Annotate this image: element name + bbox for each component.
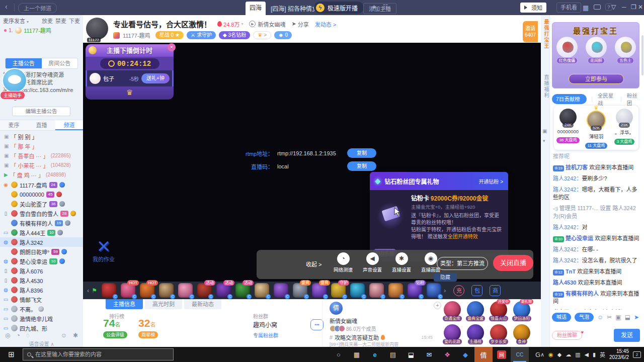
search-input[interactable] xyxy=(34,351,160,358)
prize-item[interactable]: 红色傀儡 xyxy=(555,37,579,65)
channel-tab[interactable]: 四海 xyxy=(246,2,266,15)
scroll-left-icon[interactable]: ‹ xyxy=(87,287,89,294)
user-item[interactable]: 关山驼歪了36 xyxy=(0,199,83,209)
post-update-link[interactable]: 发动态 > xyxy=(315,20,336,28)
trophy-badge[interactable]: ♛> xyxy=(253,31,271,39)
collapse-chevron-icon[interactable]: ▾ xyxy=(543,138,545,143)
collapse-button[interactable]: 收起 > xyxy=(306,260,321,268)
channel-item[interactable]: ▶「 盘 鸡 ⋯ 」(248898) xyxy=(0,170,83,179)
user-item[interactable]: ◍楚心没幸运10 xyxy=(0,256,83,266)
mic-action-button[interactable]: 禁麦 xyxy=(55,17,66,25)
info-tab-主播信息[interactable]: 主播信息 xyxy=(106,299,143,309)
prize-item[interactable]: 花间醉 xyxy=(585,37,608,65)
minimize-button[interactable]: ─ xyxy=(622,4,626,11)
notification-badge[interactable]: 2 xyxy=(633,351,641,358)
ime-indicator[interactable]: 英 xyxy=(600,350,605,358)
taskbar-search[interactable] xyxy=(23,348,174,360)
event-banner[interactable]: 最强打宝王 红色傀儡花间醉五色土 立即参与 xyxy=(552,22,639,88)
activity-惊喜火山[interactable]: 开奖中惊喜火山 xyxy=(488,300,510,323)
cortana-app-icon[interactable]: ○ xyxy=(330,347,348,362)
user-item[interactable]: ▭不离。 xyxy=(0,304,83,314)
user-item[interactable]: ▯路人4530 xyxy=(0,276,83,285)
close-stream-button[interactable]: 关闭直播 xyxy=(493,255,533,271)
chat-username[interactable]: 路人3242： xyxy=(553,257,582,263)
grid-icon[interactable]: ▦ xyxy=(583,4,589,12)
close-icon[interactable]: ✕ xyxy=(168,43,176,51)
chat-username[interactable]: TnT xyxy=(566,268,576,275)
emoji-icon[interactable]: ☺ xyxy=(597,314,603,321)
game-category[interactable]: ▶ 新倩女幽魂 xyxy=(249,20,285,28)
leaderboard-entry[interactable]: 24K0000000036 大盘鸡 xyxy=(554,109,582,149)
edit-announcement-button[interactable]: 编辑主播公告 xyxy=(12,107,70,116)
store-app-icon[interactable]: ⬓ xyxy=(402,347,420,362)
taskview-app-icon[interactable]: ▦ xyxy=(348,347,366,362)
gift-item-14[interactable]: C xyxy=(350,283,365,298)
ranking-tab-全民星战[interactable]: 全民星战 xyxy=(598,92,616,107)
netease-app-icon[interactable]: 网 xyxy=(493,347,511,362)
history-icon[interactable]: ◔ xyxy=(16,332,20,339)
channel-item[interactable]: ▣「 吾莘白 ⋯ 」(222865) xyxy=(0,151,83,160)
activity-爱的花路[interactable]: 爱的花路 xyxy=(441,323,463,346)
gift-item-7[interactable]: 活动C xyxy=(216,283,231,298)
gift-item-16[interactable]: C xyxy=(388,283,403,298)
gift-item-4[interactable]: C xyxy=(159,283,174,298)
gift-item-6[interactable]: 活动C xyxy=(197,283,212,298)
edge-app-icon[interactable]: e xyxy=(366,347,384,362)
volume-icon[interactable]: ◀ xyxy=(585,351,589,358)
info-tab-最新动态[interactable]: 最新动态 xyxy=(184,299,221,309)
cloud-icon[interactable]: ☁ xyxy=(566,351,571,358)
rank-stat[interactable]: 74名公会评级 xyxy=(103,317,127,338)
assistant-mascot[interactable]: 主播助手 xyxy=(0,67,29,103)
chat-username[interactable]: 路人3242： xyxy=(553,187,582,193)
copy-rtmp-button[interactable]: 复制 xyxy=(347,148,376,158)
gift-item-2[interactable]: HOTC xyxy=(121,283,135,298)
pin-icon[interactable]: ➤ xyxy=(634,314,639,321)
restore-button[interactable]: ❐ xyxy=(631,4,636,11)
chat-username[interactable]: 挂机刀客 xyxy=(566,164,588,170)
leaderboard-entry[interactable]: 21K。浮华。3 大盘鸡 xyxy=(611,109,638,149)
bag-icon[interactable]: 包 xyxy=(471,285,482,296)
prev-channel-button[interactable]: 上一个频道 xyxy=(18,3,57,13)
activity-食神[interactable]: 食神 xyxy=(511,323,533,346)
vertical-tab-benefits[interactable]: 直播福利 xyxy=(542,74,550,99)
group-topic[interactable]: # 攻略交流答疑互助 15:45 xyxy=(330,333,433,341)
user-item[interactable]: 0000000045 xyxy=(0,190,83,199)
chat-mode-喊话[interactable]: 喊话 xyxy=(552,313,571,322)
mic-action-button[interactable]: 下麦 xyxy=(69,17,80,25)
cc-app-icon[interactable]: CC xyxy=(511,347,529,362)
dropdown-icon[interactable]: ▽ xyxy=(611,4,616,11)
user-item[interactable]: ◍路人8396 xyxy=(0,285,83,295)
gift-item-13[interactable]: 守护C xyxy=(331,283,346,298)
network-icon[interactable]: ▥ xyxy=(575,351,580,358)
onedrive-app-icon[interactable]: ◆ xyxy=(456,347,474,362)
activity-盛典宝盒[interactable]: 盛典宝盒 xyxy=(464,300,487,323)
start-button[interactable]: ⊞ xyxy=(0,350,23,359)
activity-梦回洛阳[interactable]: 新礼物梦回洛阳 xyxy=(511,300,533,323)
lock-icon[interactable]: ⬓ xyxy=(625,314,630,321)
settings-icon[interactable]: ✱ xyxy=(73,332,78,339)
mic-queue-item[interactable]: 1. 11177-趣鸡 xyxy=(4,26,51,34)
chat-username[interactable]: 路人3242： xyxy=(553,224,582,230)
user-item[interactable]: ▯雪白雪白的雪人28 xyxy=(0,209,83,218)
chat-username[interactable]: 路人4530 xyxy=(553,280,576,286)
activity-奇遇宝库[interactable]: 奇遇宝库 xyxy=(441,300,463,323)
copy-code-button[interactable]: 复制 xyxy=(347,161,376,171)
tray-up-icon[interactable]: ∧ xyxy=(540,351,544,358)
gift-item-17[interactable]: 钻粉C xyxy=(408,283,422,298)
scroll-right-icon[interactable]: › xyxy=(444,287,446,294)
chat-username[interactable]: 楚心没幸运 xyxy=(566,235,593,241)
gift-item-9[interactable]: C xyxy=(255,283,269,298)
quick-start-button[interactable]: ϟ 极速版开播 xyxy=(314,2,364,14)
info-tab-高光时刻[interactable]: 高光时刻 xyxy=(145,299,182,309)
chat-username[interactable]: 路人3242： xyxy=(553,175,582,182)
user-item[interactable]: ▭路人444王10 xyxy=(0,228,83,237)
mail-app-icon[interactable]: ✉ xyxy=(420,347,438,362)
user-item[interactable]: ◉11177-盘鸡24 xyxy=(0,180,83,190)
control-直播设置[interactable]: ✱直播设置 xyxy=(389,252,414,273)
guard-badge[interactable]: ⚔求守护 xyxy=(187,31,216,39)
close-button[interactable]: ✕ xyxy=(638,4,643,11)
user-item[interactable]: 有模有样的人19 xyxy=(0,218,83,228)
shop-icon[interactable]: 商 xyxy=(490,285,501,296)
panel-icon[interactable]: ▣ xyxy=(542,128,547,134)
phone-view-button[interactable]: 手机看 xyxy=(556,3,581,13)
